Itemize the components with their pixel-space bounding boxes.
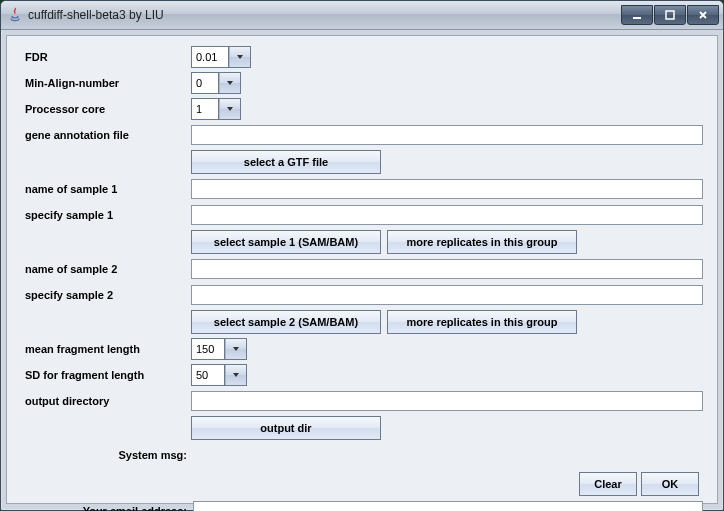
label-name-sample1: name of sample 1: [21, 183, 191, 195]
label-min-align: Min-Align-number: [21, 77, 191, 89]
chevron-down-icon[interactable]: [225, 339, 246, 359]
processor-core-value: 1: [192, 99, 219, 119]
label-sd-fragment: SD for fragment length: [21, 369, 191, 381]
mean-fragment-combo[interactable]: 150: [191, 338, 247, 360]
gene-annotation-input[interactable]: [191, 125, 703, 145]
app-window: cuffdiff-shell-beta3 by LIU FDR 0.01: [0, 0, 724, 511]
ok-button[interactable]: OK: [641, 472, 699, 496]
fdr-value: 0.01: [192, 47, 229, 67]
select-sample1-button[interactable]: select sample 1 (SAM/BAM): [191, 230, 381, 254]
sd-fragment-combo[interactable]: 50: [191, 364, 247, 386]
form-panel: FDR 0.01 Min-Align-number 0: [6, 35, 718, 504]
label-output-dir: output directory: [21, 395, 191, 407]
chevron-down-icon[interactable]: [219, 99, 240, 119]
more-replicates2-button[interactable]: more replicates in this group: [387, 310, 577, 334]
chevron-down-icon[interactable]: [229, 47, 250, 67]
output-dir-input[interactable]: [191, 391, 703, 411]
select-gtf-button[interactable]: select a GTF file: [191, 150, 381, 174]
label-mean-fragment: mean fragment length: [21, 343, 191, 355]
label-processor-core: Processor core: [21, 103, 191, 115]
window-title: cuffdiff-shell-beta3 by LIU: [28, 8, 620, 22]
min-align-combo[interactable]: 0: [191, 72, 241, 94]
minimize-button[interactable]: [621, 5, 653, 25]
label-name-sample2: name of sample 2: [21, 263, 191, 275]
maximize-button[interactable]: [654, 5, 686, 25]
processor-core-combo[interactable]: 1: [191, 98, 241, 120]
clear-button[interactable]: Clear: [579, 472, 637, 496]
specify-sample2-input[interactable]: [191, 285, 703, 305]
label-gene-annotation: gene annotation file: [21, 129, 191, 141]
close-button[interactable]: [687, 5, 719, 25]
label-specify-sample1: specify sample 1: [21, 209, 191, 221]
name-sample1-input[interactable]: [191, 179, 703, 199]
window-controls: [620, 5, 719, 25]
min-align-value: 0: [192, 73, 219, 93]
fdr-combo[interactable]: 0.01: [191, 46, 251, 68]
svg-rect-0: [633, 17, 641, 19]
java-icon: [7, 7, 23, 23]
mean-fragment-value: 150: [192, 339, 225, 359]
email-input[interactable]: [193, 501, 703, 511]
titlebar: cuffdiff-shell-beta3 by LIU: [1, 1, 723, 30]
label-fdr: FDR: [21, 51, 191, 63]
label-specify-sample2: specify sample 2: [21, 289, 191, 301]
chevron-down-icon[interactable]: [225, 365, 246, 385]
svg-rect-1: [666, 11, 674, 19]
name-sample2-input[interactable]: [191, 259, 703, 279]
sd-fragment-value: 50: [192, 365, 225, 385]
label-system-msg: System msg:: [21, 449, 193, 461]
output-dir-button[interactable]: output dir: [191, 416, 381, 440]
label-email: Your email address:: [21, 505, 193, 511]
select-sample2-button[interactable]: select sample 2 (SAM/BAM): [191, 310, 381, 334]
chevron-down-icon[interactable]: [219, 73, 240, 93]
specify-sample1-input[interactable]: [191, 205, 703, 225]
more-replicates1-button[interactable]: more replicates in this group: [387, 230, 577, 254]
